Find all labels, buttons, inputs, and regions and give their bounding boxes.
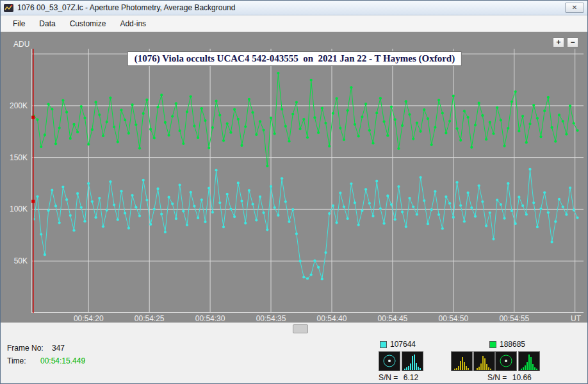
status-panel: Frame No: 347 Time: 00:54:15.449 107644 — [1, 333, 588, 384]
star-profile-histogram-icon — [519, 352, 539, 371]
x-axis-unit-label: UT — [566, 314, 586, 323]
comparison-sn: S/N = 10.66 — [487, 373, 532, 382]
chart-title: (1076) Viola occults UCAC4 542-043555 on… — [127, 51, 462, 66]
comparison-color-swatch-icon — [489, 341, 496, 348]
target-sn-label: S/N = — [379, 373, 398, 382]
horizontal-scrollbar[interactable] — [1, 322, 588, 333]
target-aperture-thumbnail — [379, 351, 400, 371]
target-intensity-value: 107644 — [390, 340, 416, 349]
psf-model-thumbnail-2 — [473, 351, 495, 371]
x-tick-label: 00:54:40 — [311, 314, 352, 323]
comparison-sn-label: S/N = — [487, 373, 507, 382]
x-tick-label: 00:54:20 — [68, 314, 109, 323]
target-sn: S/N = 6.12 — [379, 373, 418, 382]
x-tick-label: 00:54:25 — [129, 314, 170, 323]
psf-model-thumbnail-1 — [451, 351, 473, 371]
app-icon — [4, 3, 13, 13]
menu-bar: File Data Customize Add-ins — [1, 15, 587, 32]
time-value: 00:54:15.449 — [40, 356, 85, 365]
x-tick-label: 00:54:45 — [372, 314, 413, 323]
psf-histogram-icon — [474, 352, 494, 371]
frame-number-value: 347 — [52, 344, 65, 353]
light-curve-plot[interactable] — [31, 49, 584, 313]
menu-item-customize[interactable]: Customize — [63, 17, 113, 31]
x-tick-label: 00:54:35 — [250, 314, 291, 323]
comparison-profile-thumbnail — [518, 351, 540, 371]
frame-number-label: Frame No: — [7, 344, 44, 353]
window-title: 1076 00_53_07Z.lc - Aperture Photometry,… — [17, 3, 565, 12]
menu-item-addins[interactable]: Add-ins — [113, 17, 153, 31]
aperture-circle-icon — [496, 352, 516, 371]
title-bar[interactable]: 1076 00_53_07Z.lc - Aperture Photometry,… — [1, 1, 587, 15]
target-legend: 107644 — [380, 340, 416, 349]
time-label: Time: — [7, 356, 26, 365]
y-tick-label: 200K — [1, 101, 28, 110]
zoom-in-button[interactable]: + — [553, 37, 564, 47]
star-profile-histogram-icon — [402, 352, 423, 371]
x-tick-label: 00:54:50 — [433, 314, 474, 323]
target-sn-value: 6.12 — [404, 373, 418, 382]
y-axis-unit-label: ADU — [13, 40, 29, 49]
comparison-aperture-thumbnail — [495, 351, 517, 371]
comparison-legend: 188685 — [489, 340, 525, 349]
close-button[interactable]: ✕ — [565, 3, 584, 13]
comparison-sn-value: 10.66 — [512, 373, 532, 382]
x-tick-label: 00:54:55 — [494, 314, 535, 323]
y-tick-label: 100K — [1, 205, 28, 213]
y-tick-label: 50K — [1, 256, 28, 265]
chart-area: ADU + − (1076) Viola occults UCAC4 542-0… — [1, 32, 588, 322]
target-color-swatch-icon — [380, 341, 387, 348]
y-tick-label: 150K — [1, 153, 28, 162]
x-tick-label: 00:54:30 — [190, 314, 231, 323]
target-profile-thumbnail — [402, 351, 423, 371]
app-window: 1076 00_53_07Z.lc - Aperture Photometry,… — [0, 0, 588, 384]
comparison-intensity-value: 188685 — [500, 340, 525, 349]
menu-item-data[interactable]: Data — [32, 17, 62, 31]
zoom-out-button[interactable]: − — [567, 37, 578, 47]
menu-item-file[interactable]: File — [6, 17, 32, 31]
psf-histogram-icon — [452, 352, 472, 371]
scrollbar-thumb[interactable] — [293, 324, 308, 333]
aperture-circle-icon — [379, 352, 400, 371]
